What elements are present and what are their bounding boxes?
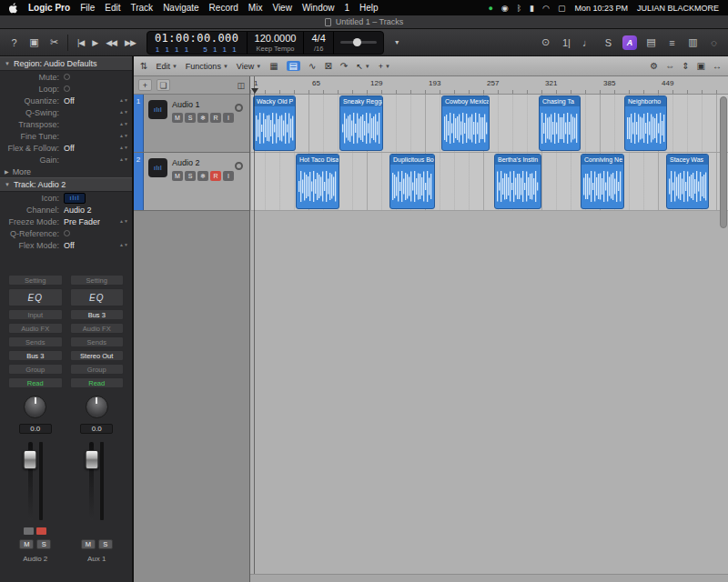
region-row-mute[interactable]: Mute: bbox=[0, 71, 132, 83]
mute-button[interactable]: M bbox=[81, 539, 96, 549]
menubar-item-record[interactable]: Record bbox=[209, 3, 238, 13]
help-icon[interactable]: ? bbox=[7, 37, 21, 48]
region-row-flex-follow[interactable]: Flex & Follow:Off▲▼ bbox=[0, 142, 132, 154]
track-row-freeze-mode[interactable]: Freeze Mode:Pre Fader▲▼ bbox=[0, 216, 132, 227]
region-inspector-header[interactable]: ▼ Region: Audio Defaults bbox=[0, 56, 132, 71]
add-track-button[interactable]: + bbox=[138, 79, 152, 91]
toggle-control[interactable] bbox=[64, 230, 70, 236]
setting-button[interactable]: Setting bbox=[70, 275, 125, 286]
quick-help-icon[interactable]: ◌ bbox=[707, 37, 721, 48]
stepper-icon[interactable]: ▲▼ bbox=[119, 219, 128, 224]
region-row-fine-tune[interactable]: Fine Tune:▲▼ bbox=[0, 130, 132, 142]
sends-button[interactable]: Sends bbox=[8, 336, 63, 347]
tracks-content-area[interactable]: 165129193257321385449 Wacky Old PSneaky … bbox=[250, 76, 728, 582]
rewind-button[interactable]: ◀◀ bbox=[103, 36, 119, 49]
lcd-signature-cell[interactable]: 4/4 /16 bbox=[304, 32, 333, 54]
menu-bar-clock[interactable]: Mon 10:23 PM bbox=[574, 4, 628, 13]
zoom-vertical-icon[interactable]: ⇕ bbox=[682, 61, 689, 71]
horizontal-scrollbar[interactable] bbox=[250, 574, 728, 582]
playhead-marker[interactable] bbox=[251, 88, 258, 94]
region-settings-icon[interactable]: ⚙ bbox=[650, 61, 658, 71]
zoom-horizontal-icon[interactable]: ⇔ bbox=[665, 61, 674, 71]
slider-thumb[interactable] bbox=[353, 38, 361, 46]
record-enable-button[interactable] bbox=[36, 527, 46, 535]
sends-button[interactable]: Sends bbox=[70, 336, 125, 347]
pan-knob[interactable] bbox=[86, 396, 108, 418]
lcd-position-cell[interactable]: 01:00:00.000 1 1 1 1 5 1 1 1 bbox=[147, 32, 248, 54]
inspector-toggle-icon[interactable]: ▣ bbox=[27, 36, 41, 48]
lcd-division[interactable]: /16 bbox=[314, 45, 323, 53]
lcd-tempo-mode[interactable]: Keep Tempo bbox=[257, 45, 295, 53]
track-row-icon[interactable]: Icon:ılıl bbox=[0, 192, 132, 204]
notes-icon[interactable]: ▥ bbox=[686, 36, 700, 48]
auto-zoom-icon[interactable]: ↔ bbox=[713, 61, 722, 71]
lcd-tempo[interactable]: 120.0000 bbox=[255, 33, 297, 44]
tuner-icon[interactable]: ⊙ bbox=[539, 36, 552, 48]
mute-button[interactable]: M bbox=[19, 539, 34, 549]
secondary-tool[interactable]: +▼ bbox=[379, 62, 390, 71]
vertical-scrollbar-thumb[interactable] bbox=[720, 96, 727, 228]
playhead-line[interactable] bbox=[254, 76, 255, 574]
play-button[interactable]: ▶ bbox=[89, 36, 100, 49]
freeze-icon[interactable]: ❄ bbox=[197, 171, 208, 181]
input-monitor-button[interactable] bbox=[24, 527, 34, 535]
logic-remote-icon[interactable]: A bbox=[622, 35, 637, 50]
bar-ruler[interactable]: 165129193257321385449 bbox=[250, 76, 728, 95]
eq-button[interactable]: EQ bbox=[70, 288, 125, 306]
mute-button[interactable]: M bbox=[172, 171, 183, 181]
pointer-tool[interactable]: ↖▼ bbox=[356, 62, 370, 71]
menubar-item-mix[interactable]: Mix bbox=[248, 3, 263, 13]
bluetooth-icon[interactable]: ᛒ bbox=[517, 4, 521, 13]
freeze-icon[interactable]: ❄ bbox=[197, 113, 208, 123]
stepper-icon[interactable]: ▲▼ bbox=[119, 110, 128, 115]
automation-mode-button[interactable]: Read bbox=[70, 377, 125, 388]
solo-button[interactable]: S bbox=[36, 539, 51, 549]
menubar-item-help[interactable]: Help bbox=[359, 3, 379, 13]
input-monitor-button[interactable]: I bbox=[223, 113, 234, 123]
lcd-locator-position[interactable]: 5 1 1 1 bbox=[203, 45, 238, 54]
track-lane-2[interactable]: Hot Taco DisaDuplicitous BoBertha's Inst… bbox=[250, 153, 728, 211]
toggle-control[interactable] bbox=[64, 74, 70, 80]
fader-cap[interactable] bbox=[85, 450, 98, 469]
disclosure-triangle-icon[interactable]: ▼ bbox=[5, 182, 10, 187]
region-row-gain[interactable]: Gain:▲▼ bbox=[0, 154, 132, 166]
menubar-item-file[interactable]: File bbox=[80, 3, 95, 13]
waveform-zoom-icon[interactable]: ▣ bbox=[697, 61, 705, 71]
stepper-icon[interactable]: ▲▼ bbox=[119, 134, 128, 138]
record-ring-icon[interactable] bbox=[235, 104, 243, 112]
master-volume-slider[interactable] bbox=[340, 41, 377, 44]
region-row-loop[interactable]: Loop: bbox=[0, 83, 132, 95]
menubar-item-logic-pro[interactable]: Logic Pro bbox=[28, 3, 70, 13]
battery-icon[interactable]: ▮ bbox=[530, 4, 534, 13]
region-chasing-ta[interactable]: Chasing Ta bbox=[539, 95, 581, 151]
record-ring-icon[interactable] bbox=[235, 162, 243, 170]
control-center-icon[interactable]: ◉ bbox=[501, 4, 509, 13]
menu-functions[interactable]: Functions▼ bbox=[186, 62, 228, 71]
track-row-flex-mode[interactable]: Flex Mode:Off▲▼ bbox=[0, 239, 132, 251]
toolbar-menu-icon[interactable]: ≡ bbox=[665, 37, 679, 48]
crossfade-icon[interactable]: ⊠ bbox=[324, 61, 331, 71]
eq-button[interactable]: EQ bbox=[8, 288, 63, 306]
stepper-icon[interactable]: ▲▼ bbox=[119, 98, 128, 103]
menu-bar-user[interactable]: JULIAN BLACKMORE bbox=[637, 4, 719, 13]
region-more-row[interactable]: ▶ More bbox=[0, 166, 132, 177]
region-stacey-was[interactable]: Stacey Was bbox=[666, 154, 709, 209]
lcd-playhead-position[interactable]: 1 1 1 1 bbox=[156, 45, 190, 54]
chevron-down-icon[interactable]: ▼ bbox=[390, 39, 404, 45]
solo-button[interactable]: S bbox=[185, 113, 196, 123]
metronome-icon[interactable]: ♩ bbox=[581, 37, 594, 48]
track-header-audio-2[interactable]: 2ılılAudio 2MS❄RI bbox=[134, 153, 249, 211]
menubar-item-window[interactable]: Window bbox=[302, 3, 335, 13]
solo-icon[interactable]: S bbox=[602, 37, 615, 48]
wifi-icon[interactable]: ◠ bbox=[542, 4, 550, 13]
track-icon-button[interactable]: ılıl bbox=[64, 193, 86, 204]
region-duplicitous-bo[interactable]: Duplicitous Bo bbox=[389, 154, 435, 209]
stepper-icon[interactable]: ▲▼ bbox=[119, 243, 128, 247]
disclosure-triangle-icon[interactable]: ▶ bbox=[5, 168, 9, 175]
forward-button[interactable]: ▶▶ bbox=[122, 36, 138, 49]
region-hot-taco-disa[interactable]: Hot Taco Disa bbox=[296, 154, 339, 209]
pan-knob[interactable] bbox=[24, 396, 46, 418]
toggle-control[interactable] bbox=[64, 85, 70, 92]
track-lane-1[interactable]: Wacky Old PSneaky ReggaCowboy MexicanCha… bbox=[250, 95, 728, 153]
stepper-icon[interactable]: ▲▼ bbox=[119, 146, 128, 150]
